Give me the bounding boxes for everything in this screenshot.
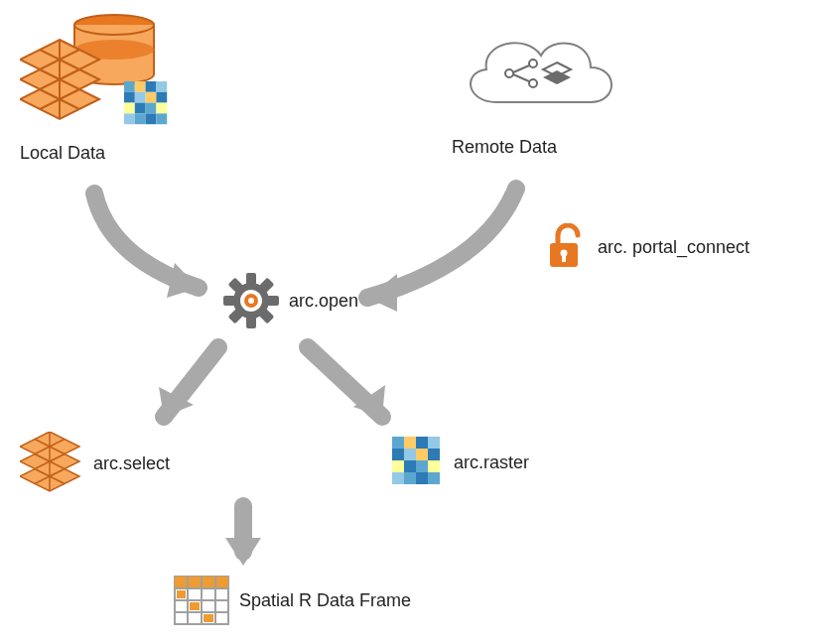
svg-line-44	[513, 74, 529, 81]
gear-icon	[223, 273, 279, 328]
svg-marker-31	[353, 385, 385, 417]
layers-icon	[20, 432, 83, 495]
local-data-icon	[20, 10, 179, 129]
node-arc-open: arc.open	[223, 273, 358, 328]
svg-line-43	[513, 65, 529, 72]
local-data-label: Local Data	[20, 143, 105, 164]
node-remote-data: Remote Data	[452, 18, 620, 158]
svg-marker-32	[225, 538, 261, 566]
arc-open-label: arc.open	[289, 291, 358, 312]
svg-point-40	[505, 69, 513, 77]
arc-raster-label: arc.raster	[454, 452, 529, 473]
svg-marker-30	[159, 387, 194, 417]
arc-select-label: arc.select	[93, 453, 170, 474]
svg-point-42	[529, 79, 537, 87]
svg-marker-28	[167, 263, 199, 298]
node-arc-raster: arc.raster	[392, 437, 529, 488]
svg-rect-47	[562, 254, 566, 262]
svg-point-59	[248, 298, 254, 304]
remote-data-label: Remote Data	[452, 137, 557, 158]
node-local-data: Local Data	[20, 10, 179, 164]
spatial-frame-label: Spatial R Data Frame	[239, 590, 411, 611]
svg-rect-69	[190, 602, 200, 610]
svg-point-41	[529, 60, 537, 67]
cloud-icon	[452, 18, 620, 127]
node-portal-connect: arc. portal_connect	[544, 223, 749, 271]
unlock-icon	[544, 223, 588, 271]
svg-rect-68	[177, 590, 186, 598]
node-arc-select: arc.select	[20, 432, 170, 495]
portal-connect-label: arc. portal_connect	[598, 237, 749, 258]
grid-table-icon	[174, 576, 229, 625]
svg-marker-29	[367, 274, 397, 312]
svg-rect-70	[204, 614, 213, 622]
raster-icon	[392, 437, 444, 488]
node-spatial-frame: Spatial R Data Frame	[174, 576, 411, 625]
